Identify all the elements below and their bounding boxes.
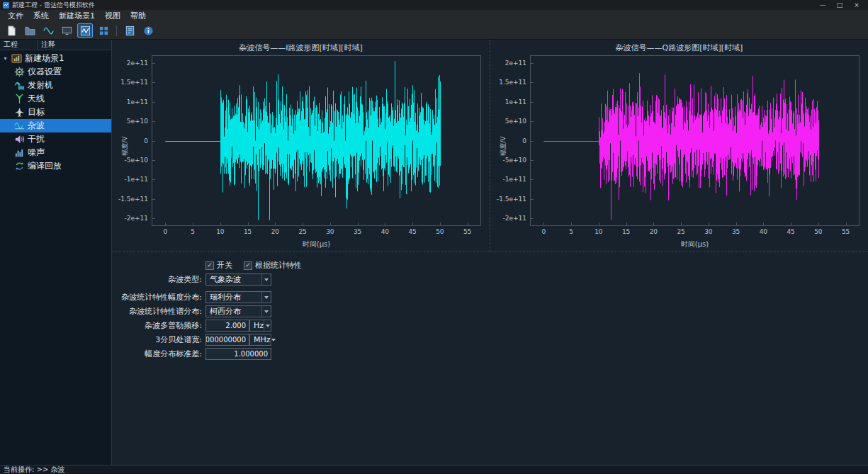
doppler-shift-row: 杂波多普勒频移: 2.000 Hz <box>113 320 868 332</box>
chevron-down-icon <box>271 334 276 345</box>
std-deviation-input[interactable]: 1.000000 <box>205 348 271 360</box>
spectrum-width-unit-select[interactable]: MHz <box>249 334 271 346</box>
x-tick-label: 45 <box>787 228 794 235</box>
stat-characteristic-checkbox[interactable]: ✓ <box>244 261 252 270</box>
new-project-button[interactable] <box>4 23 19 38</box>
y-tick-label: -5e+10 <box>124 157 148 164</box>
statusbar: 当前操作: >> 杂波 <box>0 465 868 474</box>
x-tick-label: 10 <box>216 228 224 235</box>
selected-value: 瑞利分布 <box>210 292 241 303</box>
open-project-button[interactable] <box>22 23 38 38</box>
tree-header: 工程 注释 <box>0 40 111 50</box>
y-tick-label: 2e+11 <box>505 60 526 67</box>
project-tree-panel: 工程 注释 ▾ 新建场景1 仪器设置 <box>0 40 112 465</box>
tree-item-target[interactable]: 目标 <box>0 106 111 119</box>
y-tick-label: -5e+10 <box>502 157 526 164</box>
x-tick-label: 0 <box>164 228 168 235</box>
x-tick-label: 30 <box>326 228 334 235</box>
gear-icon <box>14 67 25 77</box>
tree-item-interference[interactable]: 干扰 <box>0 132 111 146</box>
menu-scene[interactable]: 新建场景1 <box>54 10 100 22</box>
q-waveform-chart: 杂波信号——Q路波形图[时域][时域] 幅度/V 051015202530354… <box>490 40 868 252</box>
x-tick-label: 35 <box>354 228 361 235</box>
selected-value: MHz <box>254 335 271 344</box>
x-tick-label: 5 <box>569 228 573 235</box>
clutter-type-row: 杂波类型: 气象杂波 <box>113 273 868 286</box>
menu-system[interactable]: 系统 <box>28 10 54 22</box>
chart-title: 杂波信号——Q路波形图[时域][时域] <box>490 43 868 53</box>
x-tick-label: 50 <box>436 228 444 235</box>
tree-item-label: 仪器设置 <box>28 66 62 78</box>
menu-help[interactable]: 帮助 <box>125 10 151 22</box>
switches-row: ✓ 开关 ✓ 根据统计特性 <box>113 259 868 271</box>
x-tick-label: 25 <box>298 228 306 235</box>
clutter-type-select[interactable]: 气象杂波 <box>205 273 271 286</box>
y-tick-label: 2e+11 <box>127 60 148 67</box>
clutter-type-label: 杂波类型: <box>113 274 202 285</box>
window-title: 新建工程 - 雷达信号模拟软件 <box>12 1 95 10</box>
selected-value: 柯西分布 <box>210 306 241 317</box>
noise-icon <box>14 147 25 158</box>
switch-checkbox[interactable]: ✓ <box>205 261 214 270</box>
tree-item-instrument-settings[interactable]: 仪器设置 <box>0 65 111 79</box>
spectrum-distribution-label: 杂波统计特性谱分布: <box>113 306 202 317</box>
charts-pane: 杂波信号——I路波形图[时域][时域] 幅度/V 051015202530354… <box>112 40 868 252</box>
antenna-icon <box>14 94 25 104</box>
toolbar <box>0 22 868 40</box>
maximize-button[interactable]: □ <box>831 0 848 10</box>
spectrum-width-row: 3分贝处谱宽: 15.000000000 MHz <box>113 334 868 346</box>
transmitter-icon <box>14 80 25 91</box>
x-tick-label: 15 <box>622 228 630 235</box>
spectrum-width-input[interactable]: 15.000000000 <box>205 334 249 346</box>
menu-view[interactable]: 视图 <box>100 10 125 22</box>
minimize-button[interactable]: — <box>814 0 831 10</box>
spectrum-width-label: 3分贝处谱宽: <box>113 334 202 345</box>
doppler-shift-input[interactable]: 2.000 <box>205 320 249 332</box>
tile-view-button[interactable] <box>96 23 111 38</box>
tree-header-project: 工程 <box>0 40 38 50</box>
main-area: 杂波信号——I路波形图[时域][时域] 幅度/V 051015202530354… <box>112 40 868 465</box>
y-axis-label: 幅度/V <box>499 136 508 155</box>
app-window: 新建工程 - 雷达信号模拟软件 — □ × 文件 系统 新建场景1 视图 帮助 <box>0 0 868 474</box>
expander-icon[interactable]: ▾ <box>2 55 9 62</box>
report-button[interactable] <box>122 23 137 38</box>
menu-file[interactable]: 文件 <box>3 10 28 22</box>
tree-item-noise[interactable]: 噪声 <box>0 146 111 159</box>
x-tick-label: 35 <box>732 228 740 235</box>
doppler-shift-unit-select[interactable]: Hz <box>249 320 271 332</box>
tree-item-playback[interactable]: 编译回放 <box>0 159 111 173</box>
plot-canvas <box>152 55 481 226</box>
tree-item-transmitter[interactable]: 发射机 <box>0 79 111 92</box>
about-info-button[interactable] <box>140 23 156 38</box>
y-axis-label: 幅度/V <box>120 136 130 155</box>
project-tree: ▾ 新建场景1 仪器设置 发射机 <box>0 50 111 465</box>
y-tick-label: 1.5e+11 <box>120 79 148 86</box>
y-tick-label: -2e+11 <box>502 215 526 222</box>
spectrum-distribution-row: 杂波统计特性谱分布: 柯西分布 <box>113 305 868 317</box>
scene-window-button[interactable] <box>59 23 74 38</box>
spectrum-distribution-select[interactable]: 柯西分布 <box>205 305 271 317</box>
tree-item-clutter[interactable]: 杂波 <box>0 119 111 132</box>
tree-item-scene-root[interactable]: ▾ 新建场景1 <box>0 52 111 65</box>
y-tick-label: -2e+11 <box>124 215 148 222</box>
target-icon <box>14 107 25 118</box>
x-axis-label: 时间(μs) <box>530 239 859 249</box>
x-axis-label: 时间(μs) <box>152 239 481 249</box>
chart-title: 杂波信号——I路波形图[时域][时域] <box>112 43 490 53</box>
y-tick-label: 0 <box>144 137 148 145</box>
x-tick-label: 30 <box>704 228 712 235</box>
tree-item-label: 天线 <box>28 93 45 105</box>
titlebar: 新建工程 - 雷达信号模拟软件 — □ × <box>0 0 868 10</box>
amplitude-distribution-select[interactable]: 瑞利分布 <box>205 291 271 303</box>
waveform-view-button[interactable] <box>40 23 56 38</box>
x-tick-label: 5 <box>191 228 195 235</box>
chart-view-button[interactable] <box>77 23 93 38</box>
close-button[interactable]: × <box>848 0 865 10</box>
tree-item-label: 发射机 <box>28 79 53 91</box>
tree-item-label: 编译回放 <box>28 160 62 172</box>
i-waveform-chart: 杂波信号——I路波形图[时域][时域] 幅度/V 051015202530354… <box>112 40 490 252</box>
menubar: 文件 系统 新建场景1 视图 帮助 <box>0 10 868 22</box>
switch-label: 开关 <box>217 260 232 271</box>
tree-item-antenna[interactable]: 天线 <box>0 92 111 106</box>
check-icon: ✓ <box>245 262 251 269</box>
